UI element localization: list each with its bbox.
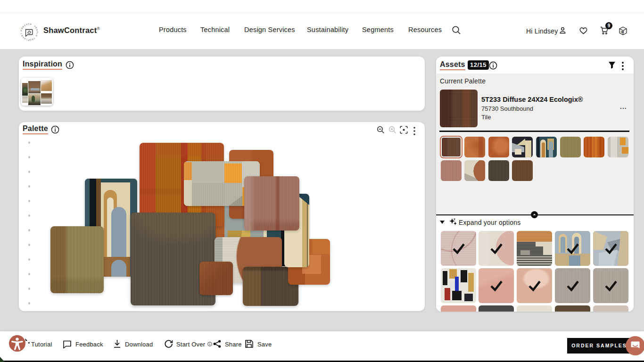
svg-text:3D: 3D	[621, 31, 624, 33]
